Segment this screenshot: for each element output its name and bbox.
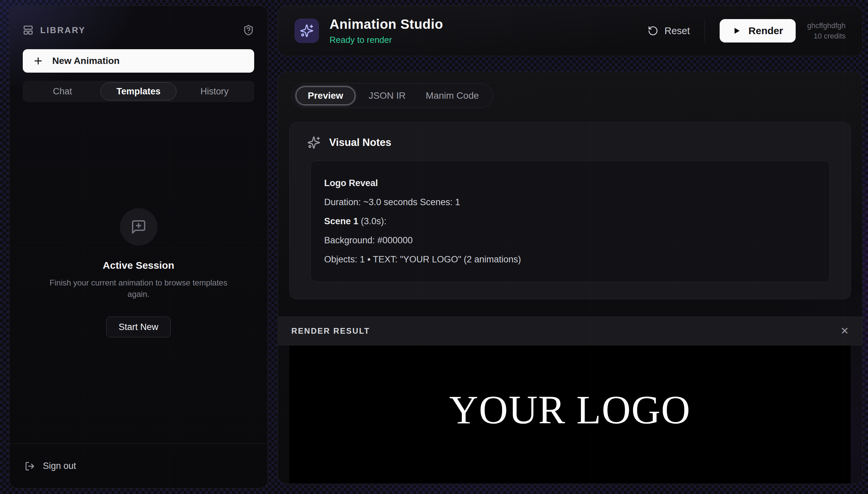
visual-notes-summary: Logo Reveal Duration: ~3.0 seconds Scene… xyxy=(310,160,830,282)
render-result-body: YOUR LOGO xyxy=(278,345,862,483)
sparkles-icon xyxy=(307,136,320,149)
shield-question-icon[interactable] xyxy=(243,24,254,36)
sidebar-tab-history[interactable]: History xyxy=(177,82,253,100)
note-line: Duration: ~3.0 seconds Scenes: 1 xyxy=(324,193,816,212)
app-logo xyxy=(295,19,319,43)
render-result-title: RENDER RESULT xyxy=(291,326,370,336)
note-line: Objects: 1 • TEXT: "YOUR LOGO" (2 animat… xyxy=(324,250,816,269)
tab-json-ir[interactable]: JSON IR xyxy=(359,87,415,104)
templates-empty-state: Active Session Finish your current anima… xyxy=(10,102,267,443)
start-new-button[interactable]: Start New xyxy=(106,317,171,337)
account-credits: ghcffghdfgh 10 credits xyxy=(807,20,846,41)
close-icon[interactable]: ✕ xyxy=(841,326,849,336)
empty-state-title: Active Session xyxy=(103,260,174,271)
sign-out-label: Sign out xyxy=(43,461,76,471)
tab-preview[interactable]: Preview xyxy=(296,87,355,105)
sidebar-tab-chat[interactable]: Chat xyxy=(24,82,100,100)
page-title: Animation Studio xyxy=(330,17,443,32)
library-title: LIBRARY xyxy=(40,25,86,36)
new-animation-button[interactable]: New Animation xyxy=(23,49,254,73)
library-header: LIBRARY xyxy=(23,24,254,36)
workspace-panel: Preview JSON IR Manim Code Visual Notes xyxy=(278,72,863,484)
reset-label: Reset xyxy=(664,25,690,37)
animation-studio-app: LIBRARY New Animation Chat xyxy=(0,0,868,494)
plus-icon xyxy=(33,56,43,66)
header-divider xyxy=(705,20,705,41)
play-icon xyxy=(732,26,741,35)
note-line: Background: #000000 xyxy=(324,231,816,250)
render-label: Render xyxy=(749,25,783,37)
account-name: ghcffghdfgh xyxy=(807,20,846,31)
sparkles-icon xyxy=(300,24,314,38)
empty-state-description: Finish your current animation to browse … xyxy=(38,277,239,300)
sign-out-button[interactable]: Sign out xyxy=(10,443,267,488)
sidebar-tab-templates[interactable]: Templates xyxy=(100,82,177,100)
render-button[interactable]: Render xyxy=(720,19,796,42)
studio-header: Animation Studio Ready to render Reset xyxy=(278,5,863,56)
main-column: Animation Studio Ready to render Reset xyxy=(278,5,863,484)
note-line: Scene 1 (3.0s): xyxy=(324,212,816,231)
credits-count: 10 credits xyxy=(807,31,846,41)
message-square-plus-icon xyxy=(131,219,147,235)
empty-state-avatar xyxy=(120,208,158,246)
visual-notes-title: Visual Notes xyxy=(329,136,391,149)
rotate-ccw-icon xyxy=(648,25,658,36)
render-result-header: RENDER RESULT ✕ xyxy=(278,317,862,345)
render-video[interactable]: YOUR LOGO xyxy=(289,345,851,483)
tab-manim-code[interactable]: Manim Code xyxy=(415,87,489,104)
note-line: Logo Reveal xyxy=(324,174,816,193)
status-text: Ready to render xyxy=(330,35,443,45)
library-sidebar: LIBRARY New Animation Chat xyxy=(9,5,268,489)
layout-panels-icon xyxy=(23,25,34,36)
visual-notes-card: Visual Notes Logo Reveal Duration: ~3.0 … xyxy=(289,122,851,299)
log-out-icon xyxy=(25,461,35,471)
view-tab-bar: Preview JSON IR Manim Code xyxy=(291,83,493,108)
reset-button[interactable]: Reset xyxy=(648,25,690,37)
sidebar-tab-bar: Chat Templates History xyxy=(23,81,254,102)
rendered-logo-text: YOUR LOGO xyxy=(289,387,851,433)
new-animation-label: New Animation xyxy=(52,56,119,66)
